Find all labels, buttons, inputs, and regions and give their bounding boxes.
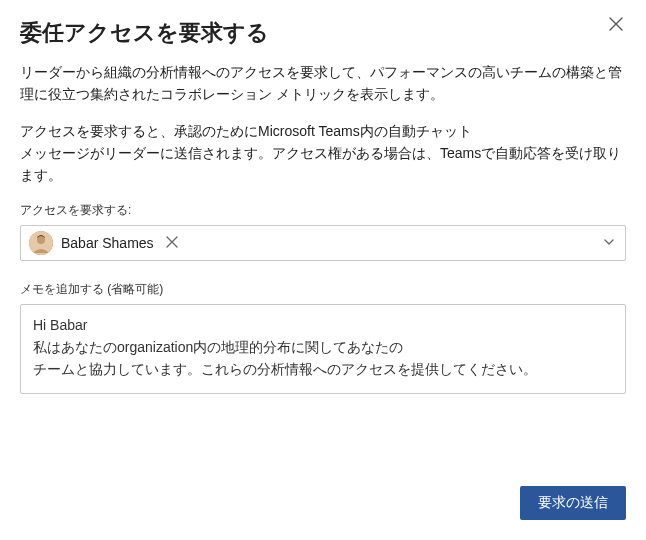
person-picker[interactable]: Babar Shames xyxy=(20,225,626,261)
note-textarea[interactable]: Hi Babar 私はあなたのorganization内の地理的分布に関してあな… xyxy=(20,304,626,394)
note-label: メモを追加する (省略可能) xyxy=(20,281,626,298)
dialog-title: 委任アクセスを要求する xyxy=(20,18,626,48)
remove-person-icon[interactable] xyxy=(166,236,178,250)
svg-point-1 xyxy=(37,236,45,244)
avatar xyxy=(29,231,53,255)
close-icon[interactable] xyxy=(604,10,628,40)
submit-request-button[interactable]: 要求の送信 xyxy=(520,486,626,520)
chevron-down-icon xyxy=(603,234,615,252)
request-delegate-access-dialog: 委任アクセスを要求する リーダーから組織の分析情報へのアクセスを要求して、パフォ… xyxy=(0,0,646,540)
dialog-description-1: リーダーから組織の分析情報へのアクセスを要求して、パフォーマンスの高いチームの構… xyxy=(20,62,626,105)
selected-person-name: Babar Shames xyxy=(61,235,154,251)
dialog-description-2: アクセスを要求すると、承認のためにMicrosoft Teams内の自動チャット… xyxy=(20,121,626,186)
access-from-label: アクセスを要求する: xyxy=(20,202,626,219)
